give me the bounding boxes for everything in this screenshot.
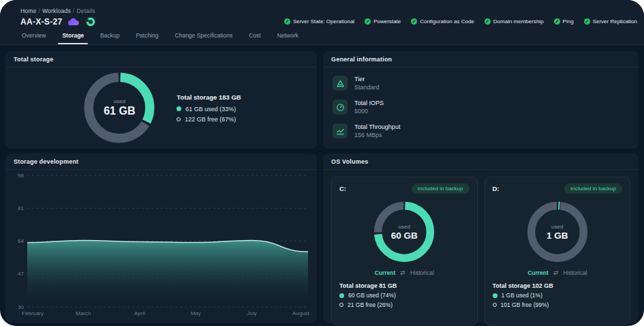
tab-patching[interactable]: Patching: [134, 28, 159, 44]
svg-text:March: March: [76, 310, 91, 316]
svg-text:April: April: [134, 310, 145, 316]
status-label: Server Replication: [593, 18, 637, 25]
tab-network[interactable]: Network: [276, 28, 300, 44]
donut-used-label: used: [114, 98, 125, 104]
volume-name: D:: [493, 185, 500, 192]
svg-text:98: 98: [18, 173, 24, 179]
total-storage-body: used 61 GB Total storage 183 GB 61 GB us…: [5, 68, 317, 148]
tab-change-specifications[interactable]: Change Specifications: [174, 28, 234, 44]
toggle-historical[interactable]: Historical: [563, 269, 587, 276]
status-badge-server-state: ✓ Server State: Operational: [284, 18, 354, 25]
breadcrumb-details: Details: [76, 8, 95, 14]
breadcrumb-home[interactable]: Home: [20, 8, 36, 14]
status-label: Ping: [563, 18, 574, 25]
cloud-icon: [67, 18, 80, 26]
check-icon: ✓: [284, 18, 290, 25]
os-volumes-body: C: Included in backup used 60: [323, 170, 639, 326]
status-badge-server-replication: ✓ Server Replication: [584, 18, 637, 25]
legend-title: Total storage 183 GB: [177, 93, 241, 101]
tab-cost[interactable]: Cost: [247, 28, 262, 44]
status-label: Configuration as Code: [420, 18, 474, 25]
check-icon: ✓: [365, 18, 371, 25]
legend-item-used: 61 GB used (33%): [177, 106, 241, 113]
storage-development-card: Storage development 9881644730FebruaryMa…: [5, 153, 317, 323]
legend-used-label: 61 GB used (33%): [185, 106, 236, 113]
check-icon: ✓: [411, 18, 417, 25]
iops-icon: [333, 100, 348, 115]
page-header: Home/Workloads/Details AA-X-S-27: [0, 0, 644, 45]
tab-storage[interactable]: Storage: [61, 28, 85, 44]
info-row-throughput: Total Throughput 156 MBps: [333, 123, 629, 138]
volume-card-c: C: Included in backup used 60: [331, 177, 478, 325]
toggle-current[interactable]: Current: [527, 269, 549, 276]
swap-arrows-icon[interactable]: ⇄: [400, 269, 405, 276]
volume-name: C:: [339, 185, 346, 192]
workload-details-page: Home/Workloads/Details AA-X-S-27: [0, 0, 644, 326]
legend-title: Total storage 102 GB: [493, 282, 623, 289]
current-historical-toggle: Current ⇄ Historical: [339, 269, 470, 276]
svg-text:30: 30: [18, 304, 24, 310]
svg-text:47: 47: [18, 271, 24, 277]
toggle-current[interactable]: Current: [375, 269, 396, 276]
legend-item-free: 21 GB free (26%): [339, 301, 470, 308]
card-header: Storage development: [5, 153, 317, 170]
current-historical-toggle: Current ⇄ Historical: [493, 269, 623, 276]
legend-free-label: 101 GB free (99%): [501, 301, 549, 308]
general-information-body: Tier Standard Total IOPS 5000: [323, 68, 639, 147]
info-value: Standard: [354, 84, 380, 91]
legend-free-label: 122 GB free (67%): [185, 116, 236, 123]
card-header: Total storage: [5, 51, 317, 68]
info-value: 156 MBps: [354, 132, 400, 138]
legend-item-used: 60 GB used (74%): [339, 292, 470, 299]
workload-logo-icon: [85, 16, 96, 27]
volume-legend: Total storage 81 GB 60 GB used (74%) 21 …: [339, 282, 470, 308]
status-label: Domain membership: [493, 18, 544, 25]
svg-text:February: February: [22, 310, 44, 316]
volume-legend: Total storage 102 GB 1 GB used (1%) 101 …: [493, 282, 623, 308]
legend-free-label: 21 GB free (26%): [348, 301, 393, 308]
page-title: AA-X-S-27: [20, 17, 62, 27]
free-dot-icon: [177, 117, 181, 121]
donut-center: used 61 GB: [81, 70, 157, 146]
volume-c-donut: used 60 GB: [371, 199, 437, 265]
check-icon: ✓: [554, 18, 560, 25]
toggle-historical[interactable]: Historical: [410, 269, 434, 276]
svg-text:64: 64: [18, 238, 24, 244]
title-row: AA-X-S-27: [20, 16, 96, 27]
donut-center: used 60 GB: [371, 199, 437, 265]
os-volumes-card: OS Volumes C: Included in backup: [323, 153, 639, 323]
card-title: OS Volumes: [331, 158, 368, 165]
total-storage-donut: used 61 GB: [81, 70, 157, 146]
status-label: Server State: Operational: [293, 18, 354, 25]
tab-backup[interactable]: Backup: [99, 28, 121, 44]
status-badge-configuration-as-code: ✓ Configuration as Code: [411, 18, 474, 25]
donut-center: used 1 GB: [525, 199, 590, 265]
legend-title: Total storage 81 GB: [339, 282, 470, 289]
card-header: General information: [323, 51, 639, 68]
backup-status-badge: Included in backup: [564, 183, 622, 194]
breadcrumb-workloads[interactable]: Workloads: [42, 8, 71, 14]
tab-overview[interactable]: Overview: [20, 28, 47, 44]
swap-arrows-icon[interactable]: ⇄: [553, 269, 559, 276]
status-row: ✓ Server State: Operational ✓ Powerstate…: [284, 18, 637, 25]
breadcrumb-separator: /: [73, 8, 75, 14]
free-dot-icon: [339, 303, 343, 307]
check-icon: ✓: [584, 18, 590, 25]
used-dot-icon: [493, 293, 497, 298]
info-row-iops: Total IOPS 5000: [333, 100, 629, 115]
backup-status-badge: Included in backup: [412, 183, 470, 194]
volume-card-d: D: Included in backup used 1 G: [485, 177, 631, 325]
used-dot-icon: [339, 293, 344, 298]
info-value: 5000: [354, 108, 384, 115]
volume-head: C: Included in backup: [339, 183, 470, 194]
info-label: Tier: [354, 76, 380, 83]
total-storage-legend: Total storage 183 GB 61 GB used (33%) 12…: [177, 93, 241, 123]
legend-item-used: 1 GB used (1%): [493, 292, 623, 299]
card-header: OS Volumes: [323, 153, 639, 170]
donut-used-label: used: [551, 224, 563, 230]
svg-text:May: May: [191, 310, 201, 316]
volume-donut-area: used 60 GB: [339, 199, 470, 265]
general-information-card: General information Tier Standard: [323, 51, 639, 149]
legend-used-label: 60 GB used (74%): [348, 292, 396, 299]
volume-head: D: Included in backup: [493, 183, 623, 194]
